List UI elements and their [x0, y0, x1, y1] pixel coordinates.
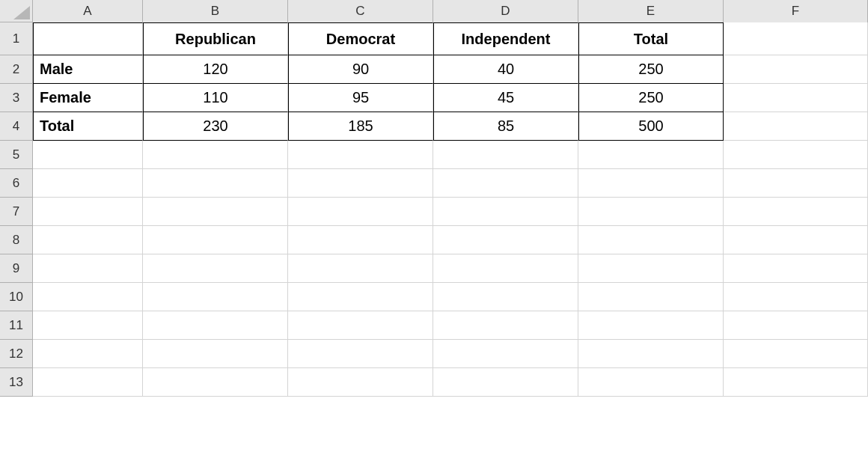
cell-F10[interactable]	[724, 283, 868, 311]
cell-E4[interactable]: 500	[578, 112, 724, 141]
cell-D13[interactable]	[433, 368, 578, 397]
cell-A3[interactable]: Female	[33, 84, 143, 112]
cell-D12[interactable]	[433, 340, 578, 368]
cell-C9[interactable]	[288, 254, 433, 283]
cell-C2[interactable]: 90	[288, 55, 433, 84]
cell-D4[interactable]: 85	[433, 112, 578, 141]
cell-A11[interactable]	[33, 311, 143, 340]
cell-B1[interactable]: Republican	[143, 22, 288, 55]
cell-C5[interactable]	[288, 141, 433, 169]
cell-D11[interactable]	[433, 311, 578, 340]
column-header-E[interactable]: E	[578, 0, 724, 22]
cell-C8[interactable]	[288, 226, 433, 254]
cell-B12[interactable]	[143, 340, 288, 368]
cell-F9[interactable]	[724, 254, 868, 283]
cell-E7[interactable]	[578, 198, 724, 226]
cell-B5[interactable]	[143, 141, 288, 169]
row-header-5[interactable]: 5	[0, 141, 33, 169]
cell-C12[interactable]	[288, 340, 433, 368]
cell-C6[interactable]	[288, 169, 433, 198]
cell-F8[interactable]	[724, 226, 868, 254]
cell-F5[interactable]	[724, 141, 868, 169]
cell-B11[interactable]	[143, 311, 288, 340]
cell-D9[interactable]	[433, 254, 578, 283]
cell-A7[interactable]	[33, 198, 143, 226]
row-5: 5	[0, 141, 868, 169]
cell-B2[interactable]: 120	[143, 55, 288, 84]
cell-A10[interactable]	[33, 283, 143, 311]
cell-E9[interactable]	[578, 254, 724, 283]
cell-E3[interactable]: 250	[578, 84, 724, 112]
cell-E6[interactable]	[578, 169, 724, 198]
cell-C4[interactable]: 185	[288, 112, 433, 141]
cell-A8[interactable]	[33, 226, 143, 254]
cell-A1[interactable]	[33, 22, 143, 55]
cell-C1[interactable]: Democrat	[288, 22, 433, 55]
cell-E2[interactable]: 250	[578, 55, 724, 84]
cell-D6[interactable]	[433, 169, 578, 198]
cell-F4[interactable]	[724, 112, 868, 141]
row-header-6[interactable]: 6	[0, 169, 33, 198]
cell-C10[interactable]	[288, 283, 433, 311]
cell-B8[interactable]	[143, 226, 288, 254]
cell-B7[interactable]	[143, 198, 288, 226]
cell-E10[interactable]	[578, 283, 724, 311]
cell-A9[interactable]	[33, 254, 143, 283]
cell-B10[interactable]	[143, 283, 288, 311]
cell-B4[interactable]: 230	[143, 112, 288, 141]
cell-A4[interactable]: Total	[33, 112, 143, 141]
cell-C3[interactable]: 95	[288, 84, 433, 112]
row-header-3[interactable]: 3	[0, 84, 33, 112]
cell-A12[interactable]	[33, 340, 143, 368]
cell-A2[interactable]: Male	[33, 55, 143, 84]
cell-D2[interactable]: 40	[433, 55, 578, 84]
cell-E8[interactable]	[578, 226, 724, 254]
row-header-7[interactable]: 7	[0, 198, 33, 226]
cell-A6[interactable]	[33, 169, 143, 198]
row-header-8[interactable]: 8	[0, 226, 33, 254]
cell-D1[interactable]: Independent	[433, 22, 578, 55]
cell-F2[interactable]	[724, 55, 868, 84]
cell-B3[interactable]: 110	[143, 84, 288, 112]
column-header-C[interactable]: C	[288, 0, 433, 22]
row-header-12[interactable]: 12	[0, 340, 33, 368]
cell-F6[interactable]	[724, 169, 868, 198]
row-header-4[interactable]: 4	[0, 112, 33, 141]
cell-F3[interactable]	[724, 84, 868, 112]
select-all-corner[interactable]	[0, 0, 33, 22]
cell-E12[interactable]	[578, 340, 724, 368]
cell-A5[interactable]	[33, 141, 143, 169]
column-header-D[interactable]: D	[433, 0, 578, 22]
column-header-A[interactable]: A	[33, 0, 143, 22]
row-2: 2 Male 120 90 40 250	[0, 55, 868, 84]
cell-F12[interactable]	[724, 340, 868, 368]
cell-C7[interactable]	[288, 198, 433, 226]
cell-F7[interactable]	[724, 198, 868, 226]
cell-F1[interactable]	[724, 22, 868, 55]
cell-B13[interactable]	[143, 368, 288, 397]
cell-C13[interactable]	[288, 368, 433, 397]
cell-B9[interactable]	[143, 254, 288, 283]
cell-B6[interactable]	[143, 169, 288, 198]
column-header-F[interactable]: F	[724, 0, 868, 22]
cell-E1[interactable]: Total	[578, 22, 724, 55]
cell-E5[interactable]	[578, 141, 724, 169]
cell-E13[interactable]	[578, 368, 724, 397]
row-header-13[interactable]: 13	[0, 368, 33, 397]
cell-D7[interactable]	[433, 198, 578, 226]
row-header-1[interactable]: 1	[0, 22, 33, 55]
row-header-9[interactable]: 9	[0, 254, 33, 283]
cell-F13[interactable]	[724, 368, 868, 397]
cell-A13[interactable]	[33, 368, 143, 397]
row-header-10[interactable]: 10	[0, 283, 33, 311]
cell-D5[interactable]	[433, 141, 578, 169]
cell-D10[interactable]	[433, 283, 578, 311]
column-header-B[interactable]: B	[143, 0, 288, 22]
cell-F11[interactable]	[724, 311, 868, 340]
row-header-11[interactable]: 11	[0, 311, 33, 340]
cell-D3[interactable]: 45	[433, 84, 578, 112]
cell-D8[interactable]	[433, 226, 578, 254]
cell-E11[interactable]	[578, 311, 724, 340]
row-header-2[interactable]: 2	[0, 55, 33, 84]
cell-C11[interactable]	[288, 311, 433, 340]
